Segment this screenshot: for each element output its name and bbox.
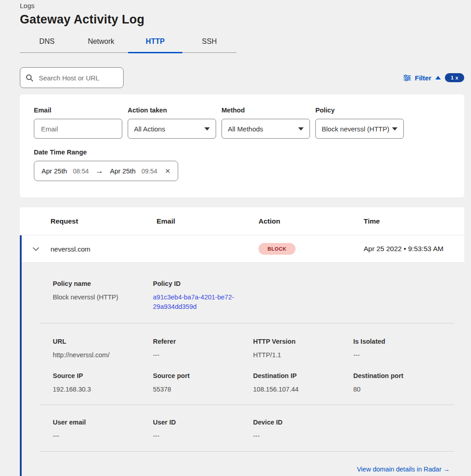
source-port-label: Source port: [153, 372, 253, 379]
search-icon: [26, 74, 33, 82]
radar-link[interactable]: View domain details in Radar →: [357, 466, 450, 473]
source-ip-field: Source IP 192.168.30.3: [53, 372, 153, 394]
user-id-field: User ID ---: [153, 419, 253, 441]
user-id-label: User ID: [153, 419, 253, 426]
user-email-field: User email ---: [53, 419, 153, 441]
destination-port-value: 80: [353, 385, 464, 394]
source-port-value: 55378: [153, 385, 253, 394]
chevron-down-icon: [32, 247, 39, 251]
destination-ip-label: Destination IP: [253, 372, 353, 379]
device-id-field: Device ID ---: [253, 419, 353, 441]
policy-name-field: Policy name Block neverssl (HTTP): [53, 280, 153, 312]
email-filter-input[interactable]: [40, 125, 116, 133]
source-ip-label: Source IP: [53, 372, 153, 379]
is-isolated-label: Is Isolated: [353, 338, 464, 345]
url-label: URL: [53, 338, 153, 345]
date-range-label: Date Time Range: [34, 149, 451, 156]
chevron-down-icon: [298, 127, 304, 131]
status-badge: BLOCK: [259, 243, 296, 255]
url-field: URL http://neverssl.com/: [53, 338, 153, 360]
column-request: Request: [51, 217, 157, 225]
user-email-value: ---: [53, 431, 153, 441]
referer-value: ---: [153, 350, 253, 360]
search-input[interactable]: [38, 74, 118, 82]
device-id-label: Device ID: [253, 419, 353, 426]
url-value: http://neverssl.com/: [53, 350, 153, 360]
user-email-label: User email: [53, 419, 153, 426]
activity-table: Request Email Action Time neverssl.com B…: [20, 207, 464, 476]
expanded-row-wrapper: neverssl.com BLOCK Apr 25 2022 • 9:53:53…: [20, 235, 464, 476]
table-row[interactable]: neverssl.com BLOCK Apr 25 2022 • 9:53:53…: [22, 235, 464, 263]
start-time: 08:54: [73, 168, 89, 175]
action-cell: BLOCK: [259, 243, 364, 255]
row-details: Policy name Block neverssl (HTTP) Policy…: [22, 263, 464, 476]
chevron-down-icon: [204, 127, 210, 131]
policy-name-label: Policy name: [53, 280, 153, 287]
referer-field: Referer ---: [153, 338, 253, 360]
http-version-field: HTTP Version HTTP/1.1: [253, 338, 353, 360]
policy-id-label: Policy ID: [153, 280, 253, 287]
referer-label: Referer: [153, 338, 253, 345]
arrow-right-icon: →: [96, 167, 103, 176]
device-id-value: ---: [253, 431, 353, 441]
http-version-label: HTTP Version: [253, 338, 353, 345]
method-select[interactable]: All Methods: [222, 119, 310, 139]
user-id-value: ---: [153, 431, 253, 441]
policy-name-value: Block neverssl (HTTP): [53, 293, 153, 302]
chevron-down-icon: [392, 127, 397, 131]
filter-count-badge[interactable]: 1 x: [445, 73, 464, 82]
tab-network[interactable]: Network: [74, 34, 128, 52]
action-taken-label: Action taken: [128, 107, 216, 114]
policy-id-link[interactable]: a91c3eb4-ba7a-4201-be72-29a934dd359d: [153, 293, 236, 312]
destination-port-field: Destination port 80: [353, 372, 464, 394]
method-field: Method All Methods: [222, 107, 310, 139]
policy-label: Policy: [315, 107, 404, 114]
end-time: 09:54: [141, 168, 157, 175]
is-isolated-value: ---: [353, 350, 464, 360]
action-taken-value: All Actions: [134, 125, 165, 133]
tab-dns[interactable]: DNS: [20, 34, 74, 52]
column-time: Time: [364, 217, 464, 225]
http-version-value: HTTP/1.1: [253, 350, 353, 360]
action-taken-select[interactable]: All Actions: [128, 119, 216, 139]
column-email: Email: [157, 217, 259, 225]
policy-value: Block neverssl (HTTP): [322, 125, 389, 133]
filter-sliders-icon: [403, 75, 411, 81]
policy-select[interactable]: Block neverssl (HTTP): [315, 119, 404, 139]
filter-label: Filter: [415, 74, 432, 82]
destination-ip-value: 108.156.107.44: [253, 385, 353, 394]
method-label: Method: [222, 107, 310, 114]
destination-ip-field: Destination IP 108.156.107.44: [253, 372, 353, 394]
caret-up-icon: [435, 76, 441, 79]
end-date: Apr 25th: [110, 167, 136, 175]
search-box[interactable]: [20, 67, 124, 88]
filter-button[interactable]: Filter 1 x: [403, 73, 464, 82]
policy-id-field: Policy ID a91c3eb4-ba7a-4201-be72-29a934…: [153, 280, 253, 312]
source-port-field: Source port 55378: [153, 372, 253, 394]
page-title: Gateway Activity Log: [20, 13, 471, 27]
date-range-picker[interactable]: Apr 25th 08:54 → Apr 25th 09:54 ✕: [34, 161, 178, 181]
column-action: Action: [259, 217, 364, 225]
row-expand-chevron[interactable]: [22, 247, 51, 251]
email-filter-label: Email: [34, 107, 122, 114]
tab-bar: DNS Network HTTP SSH: [20, 34, 236, 53]
request-cell: neverssl.com: [51, 245, 157, 253]
filter-panel: Email Action taken All Actions Method Al…: [20, 94, 464, 197]
clear-date-range-icon[interactable]: ✕: [165, 167, 171, 175]
tab-ssh[interactable]: SSH: [182, 34, 236, 52]
policy-field: Policy Block neverssl (HTTP): [315, 107, 404, 139]
destination-port-label: Destination port: [353, 372, 464, 379]
tab-http[interactable]: HTTP: [128, 34, 182, 52]
source-ip-value: 192.168.30.3: [53, 385, 153, 394]
is-isolated-field: Is Isolated ---: [353, 338, 464, 360]
method-value: All Methods: [228, 125, 263, 133]
start-date: Apr 25th: [42, 167, 67, 175]
action-taken-field: Action taken All Actions: [128, 107, 216, 139]
time-cell: Apr 25 2022 • 9:53:53 AM: [364, 245, 464, 253]
email-filter-field: Email: [34, 107, 122, 139]
toolbar: Filter 1 x: [20, 67, 464, 88]
table-header: Request Email Action Time: [20, 207, 464, 235]
breadcrumb: Logs: [20, 2, 471, 9]
